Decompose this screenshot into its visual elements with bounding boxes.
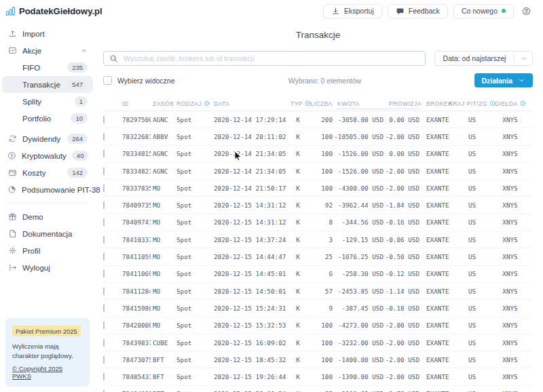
sidebar-item-label: FIFO xyxy=(22,64,62,72)
cell-data: 2020-12-15 18:45:32 xyxy=(212,356,291,364)
cell-id: 78409735 xyxy=(119,201,151,209)
search-input[interactable] xyxy=(122,54,419,63)
logout-icon xyxy=(7,263,17,272)
table-header-row: IDZASÓBRODZAJDATATYPLICZBAKWOTAPROWIZJAB… xyxy=(103,96,533,111)
sidebar-item-fifo[interactable]: FIFO235 xyxy=(2,59,93,76)
cell-liczba: 9 xyxy=(305,305,333,312)
cell-liczba: 100 xyxy=(305,133,333,140)
cell-typ: K xyxy=(291,373,305,380)
cell-kwota: -3058.00 USD xyxy=(333,116,383,123)
cell-prowizja: -2.00 USD xyxy=(383,356,419,364)
row-checkbox[interactable] xyxy=(103,184,105,192)
cell-gielda: XNYS xyxy=(487,321,533,329)
info-icon[interactable] xyxy=(204,100,210,106)
table-row[interactable]: 78494991BFTSpot2020-12-15 20:09:54K85-11… xyxy=(103,386,533,392)
table-row[interactable]: 78409741MOSpot2020-12-15 14:31:12K8-344.… xyxy=(103,214,533,231)
user-avatar[interactable] xyxy=(519,4,533,18)
cell-prowizja: 0.00 USD xyxy=(383,150,419,157)
cell-gielda: XNYS xyxy=(487,305,533,312)
cell-broker: EXANTE xyxy=(419,253,457,260)
table-row[interactable]: 78473075BFTSpot2020-12-15 18:45:32K100-1… xyxy=(103,351,533,368)
table-row[interactable]: 78411284MOSpot2020-12-15 14:50:01K57-245… xyxy=(103,283,533,300)
row-checkbox[interactable] xyxy=(103,150,105,157)
column-header-rodzaj[interactable]: RODZAJ xyxy=(175,100,212,107)
gift-icon xyxy=(7,212,17,221)
cell-prowizja: 0.00 USD xyxy=(383,116,419,123)
table-row[interactable]: 78411059MOSpot2020-12-15 14:44:47K25-107… xyxy=(103,248,533,265)
brand-logo[interactable]: PodatekGiełdowy.pl xyxy=(5,6,102,16)
sidebar-item-profil[interactable]: Profil xyxy=(2,242,93,259)
column-header-kraj[interactable]: KRAJ PIT/ZG xyxy=(457,100,487,107)
sidebar-item-portfolio[interactable]: Portfolio10 xyxy=(2,110,93,127)
sidebar-item-akcje[interactable]: Akcje xyxy=(2,42,93,59)
row-checkbox[interactable] xyxy=(103,133,105,140)
table-row[interactable]: 78337835MOSpot2020-12-14 21:50:17K100-43… xyxy=(103,180,533,197)
row-checkbox[interactable] xyxy=(103,270,105,277)
table-row[interactable]: 78410337MOSpot2020-12-15 14:37:24K3-129.… xyxy=(103,231,533,248)
row-checkbox[interactable] xyxy=(103,321,105,329)
select-visible-checkbox[interactable] xyxy=(103,76,112,85)
cell-prowizja: -2.00 USD xyxy=(383,168,419,175)
row-checkbox[interactable] xyxy=(103,305,105,312)
table-row[interactable]: 78409735MOSpot2020-12-15 14:31:12K92-396… xyxy=(103,197,533,214)
sidebar-item-dywidendy[interactable]: Dywidendy264 xyxy=(2,130,93,147)
cell-liczba: 100 xyxy=(305,373,333,380)
feedback-button[interactable]: Feedback xyxy=(388,4,448,18)
copyright-link[interactable]: © Copyright 2025 PWKS xyxy=(12,365,62,380)
cell-rodzaj: Spot xyxy=(175,133,212,140)
sidebar-item-dokumentacja[interactable]: Dokumentacja xyxy=(2,225,93,242)
cell-prowizja: -2.00 USD xyxy=(383,339,419,347)
row-checkbox[interactable] xyxy=(103,168,105,175)
row-checkbox[interactable] xyxy=(103,288,105,295)
row-checkbox[interactable] xyxy=(103,356,105,364)
table-row[interactable]: 78334815AGNCSpot2020-12-14 21:34:05K100-… xyxy=(103,146,533,163)
sidebar-item-demo[interactable]: Demo xyxy=(2,208,93,225)
table-row[interactable]: 78297500AGNCSpot2020-12-14 17:29:14K200-… xyxy=(103,111,533,128)
row-checkbox[interactable] xyxy=(103,116,105,123)
sidebar-item-splity[interactable]: Splity1 xyxy=(2,93,93,110)
sort-dropdown[interactable]: Data: od najstarszej xyxy=(434,51,533,66)
table-row[interactable]: 78415980MOSpot2020-12-15 15:24:31K9-387.… xyxy=(103,300,533,317)
table-row[interactable]: 78485431BFTSpot2020-12-15 19:26:44K100-1… xyxy=(103,368,533,385)
row-checkbox[interactable] xyxy=(103,253,105,260)
cell-kraj: US xyxy=(457,373,487,380)
sidebar-item-transakcje[interactable]: Transakcje547 xyxy=(2,76,93,93)
row-checkbox[interactable] xyxy=(103,201,105,209)
chat-bubble-icon xyxy=(396,7,405,16)
sidebar-item-kryptowaluty[interactable]: $Kryptowaluty40 xyxy=(2,147,93,164)
row-checkbox[interactable] xyxy=(103,236,105,243)
table-row[interactable]: 78439837CUBESpot2020-12-15 16:09:02K100-… xyxy=(103,334,533,351)
cell-kwota: -2453.85 USD xyxy=(333,288,383,295)
table-row[interactable]: 78411069MOSpot2020-12-15 14:45:01K6-258.… xyxy=(103,266,533,283)
stocks-chart-icon xyxy=(7,46,17,55)
search-icon xyxy=(109,54,118,63)
row-checkbox[interactable] xyxy=(103,339,105,347)
table-row[interactable]: 78420000MOSpot2020-12-15 15:32:53K100-42… xyxy=(103,317,533,334)
table-row[interactable]: 78334821AGNCSpot2020-12-14 21:34:05K100-… xyxy=(103,163,533,180)
select-visible-toggle[interactable]: Wybierz widoczne xyxy=(103,76,175,85)
sidebar-item-import[interactable]: Import xyxy=(2,25,93,42)
cell-broker: EXANTE xyxy=(419,116,457,123)
export-button[interactable]: Eksportuj xyxy=(323,4,382,18)
cell-zasob: CUBE xyxy=(151,339,175,347)
sidebar-item-koszty[interactable]: Koszty142 xyxy=(2,164,93,181)
cell-id: 78485431 xyxy=(119,373,151,380)
column-header-gielda[interactable]: GIEŁDA xyxy=(487,100,533,107)
sidebar-item-podsumowanie-pit-38[interactable]: Podsumowanie PIT-38 xyxy=(2,181,93,198)
cell-gielda: XNYS xyxy=(487,116,533,123)
info-icon[interactable] xyxy=(520,100,526,106)
table-row[interactable]: 78322681ABBVSpot2020-12-14 20:11:02K100-… xyxy=(103,128,533,145)
selection-status: Wybrano: 0 elementów xyxy=(175,77,475,85)
controls-row: Wybierz widoczne Wybrano: 0 elementów Dz… xyxy=(103,73,533,87)
count-badge: 10 xyxy=(71,113,88,124)
column-header-zasob: ZASÓB xyxy=(151,100,175,107)
whats-new-button[interactable]: Co nowego xyxy=(453,4,514,18)
cell-zasob: AGNC xyxy=(151,116,175,123)
sidebar-item-wyloguj[interactable]: Wyloguj xyxy=(2,259,93,276)
actions-button[interactable]: Działania xyxy=(474,73,533,87)
row-checkbox[interactable] xyxy=(103,373,105,380)
row-checkbox[interactable] xyxy=(103,218,105,226)
column-header-typ[interactable]: TYP xyxy=(291,100,305,107)
cell-zasob: BFT xyxy=(151,356,175,364)
download-icon xyxy=(331,7,340,16)
